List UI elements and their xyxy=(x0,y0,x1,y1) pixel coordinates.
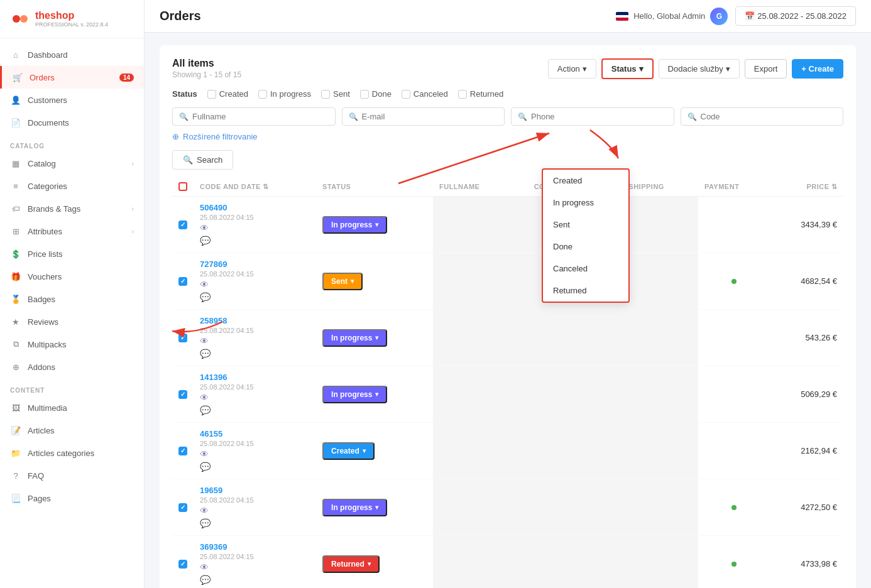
fullname-search[interactable]: 🔍 xyxy=(172,107,336,126)
dropdown-item-inprogress[interactable]: In progress xyxy=(543,192,628,214)
status-badge[interactable]: In progress ▾ xyxy=(322,216,387,234)
filter-done[interactable]: Done xyxy=(360,89,392,99)
message-icon[interactable]: 💬 xyxy=(200,405,310,415)
sidebar-item-reviews[interactable]: ★ Reviews xyxy=(0,310,144,333)
email-search[interactable]: 🔍 xyxy=(342,107,505,126)
sidebar-item-brands-tags[interactable]: 🏷 Brands & Tags › xyxy=(0,197,144,220)
sidebar-item-articles[interactable]: 📝 Articles xyxy=(0,419,144,442)
filter-canceled[interactable]: Canceled xyxy=(402,89,448,99)
checkbox-inprogress[interactable] xyxy=(258,90,267,99)
row-checkbox[interactable] xyxy=(178,334,187,342)
create-button[interactable]: + Create xyxy=(792,59,843,79)
view-icon[interactable]: 👁 xyxy=(200,223,310,233)
fullname-input[interactable] xyxy=(192,112,329,121)
message-icon[interactable]: 💬 xyxy=(200,236,310,246)
sidebar-item-customers[interactable]: 👤 Customers xyxy=(0,89,144,111)
view-icon[interactable]: 👁 xyxy=(200,449,310,459)
sidebar-item-pages[interactable]: 📃 Pages xyxy=(0,487,144,509)
view-icon[interactable]: 👁 xyxy=(200,336,310,346)
order-date: 25.08.2022 04:15 xyxy=(200,270,310,278)
code-input[interactable] xyxy=(701,112,837,121)
row-checkbox[interactable] xyxy=(178,220,187,229)
sidebar-item-price-lists[interactable]: 💲 Price lists xyxy=(0,242,144,265)
export-button[interactable]: Export xyxy=(745,59,787,79)
sidebar-item-articles-categories[interactable]: 📁 Articles categories xyxy=(0,442,144,464)
message-icon[interactable]: 💬 xyxy=(200,349,310,359)
sort-price-icon[interactable]: ⇅ xyxy=(831,183,838,191)
view-icon[interactable]: 👁 xyxy=(200,506,310,516)
sidebar-item-addons[interactable]: ⊕ Addons xyxy=(0,356,144,378)
sidebar-item-categories[interactable]: ≡ Categories xyxy=(0,175,144,197)
checkbox-canceled[interactable] xyxy=(402,90,410,99)
sort-icon[interactable]: ⇅ xyxy=(263,183,269,191)
create-label: + Create xyxy=(801,64,834,74)
sidebar-item-orders[interactable]: 🛒 Orders 14 xyxy=(0,66,144,89)
header-checkbox[interactable] xyxy=(178,182,187,191)
sidebar-item-faq[interactable]: ? FAQ xyxy=(0,464,144,487)
dropdown-item-canceled[interactable]: Canceled xyxy=(543,258,628,280)
message-icon[interactable]: 💬 xyxy=(200,518,310,528)
filter-sent[interactable]: Sent xyxy=(321,89,350,99)
status-badge[interactable]: In progress ▾ xyxy=(322,386,387,403)
th-price: PRICE ⇅ xyxy=(770,177,843,197)
status-badge[interactable]: In progress ▾ xyxy=(322,499,387,516)
filter-created[interactable]: Created xyxy=(207,89,248,99)
action-button[interactable]: Action ▾ xyxy=(548,59,596,79)
message-icon[interactable]: 💬 xyxy=(200,575,310,585)
status-badge[interactable]: In progress ▾ xyxy=(322,329,387,347)
dodacie-button[interactable]: Dodacie služby ▾ xyxy=(659,59,740,79)
order-code-link[interactable]: 141396 xyxy=(200,373,227,382)
phone-input[interactable] xyxy=(531,112,667,121)
view-icon[interactable]: 👁 xyxy=(200,393,310,403)
order-code-link[interactable]: 46155 xyxy=(200,429,222,438)
row-checkbox[interactable] xyxy=(178,503,187,512)
advanced-filter[interactable]: ⊕ Rozšírené filtrovanie xyxy=(172,132,843,141)
message-icon[interactable]: 💬 xyxy=(200,292,310,302)
order-code-link[interactable]: 506490 xyxy=(200,203,227,212)
dropdown-item-returned[interactable]: Returned xyxy=(543,280,628,302)
status-badge[interactable]: Created ▾ xyxy=(322,442,375,460)
payment-cell xyxy=(698,310,770,366)
code-search[interactable]: 🔍 xyxy=(681,107,844,126)
row-checkbox[interactable] xyxy=(178,560,187,569)
dropdown-item-done[interactable]: Done xyxy=(543,236,628,258)
phone-search[interactable]: 🔍 xyxy=(511,107,674,126)
sidebar-item-vouchers[interactable]: 🎁 Vouchers xyxy=(0,265,144,288)
row-checkbox[interactable] xyxy=(178,447,187,455)
sidebar-item-dashboard[interactable]: ⌂ Dashboard xyxy=(0,43,144,66)
message-icon[interactable]: 💬 xyxy=(200,462,310,472)
sidebar-item-badges[interactable]: 🏅 Badges xyxy=(0,288,144,310)
dropdown-item-created[interactable]: Created xyxy=(543,170,628,192)
order-code-link[interactable]: 19659 xyxy=(200,486,222,495)
sidebar-item-documents[interactable]: 📄 Documents xyxy=(0,111,144,134)
nav-label-categories: Categories xyxy=(28,182,67,191)
search-button[interactable]: 🔍 Search xyxy=(172,150,233,170)
sidebar-item-multimedia[interactable]: 🖼 Multimedia xyxy=(0,396,144,419)
row-checkbox[interactable] xyxy=(178,277,187,286)
status-badge[interactable]: Returned ▾ xyxy=(322,555,380,573)
calendar-icon: 📅 xyxy=(745,11,755,21)
order-code-link[interactable]: 727869 xyxy=(200,259,227,269)
sidebar-item-multipacks[interactable]: ⧉ Multipacks xyxy=(0,333,144,356)
checkbox-sent[interactable] xyxy=(321,90,330,99)
date-range-button[interactable]: 📅 25.08.2022 - 25.08.2022 xyxy=(735,6,856,26)
sidebar-item-attributes[interactable]: ⊞ Attributes › xyxy=(0,220,144,242)
checkbox-done[interactable] xyxy=(360,90,369,99)
order-code-link[interactable]: 258958 xyxy=(200,316,227,325)
order-date: 25.08.2022 04:15 xyxy=(200,440,310,447)
status-badge[interactable]: Sent ▾ xyxy=(322,273,363,290)
checkbox-returned[interactable] xyxy=(458,90,467,99)
status-button[interactable]: Status ▾ xyxy=(601,58,654,79)
filter-returned[interactable]: Returned xyxy=(458,89,503,99)
view-icon[interactable]: 👁 xyxy=(200,562,310,572)
dropdown-item-sent[interactable]: Sent xyxy=(543,214,628,236)
checkbox-created[interactable] xyxy=(207,90,216,99)
email-input[interactable] xyxy=(362,112,498,121)
view-icon[interactable]: 👁 xyxy=(200,280,310,290)
row-checkbox[interactable] xyxy=(178,390,187,399)
panel-subtitle: Showing 1 - 15 of 15 xyxy=(172,70,241,79)
sidebar-item-catalog[interactable]: ▦ Catalog › xyxy=(0,152,144,175)
order-code-link[interactable]: 369369 xyxy=(200,542,227,552)
search-icon-fullname: 🔍 xyxy=(179,112,189,121)
filter-inprogress[interactable]: In progress xyxy=(258,89,311,99)
